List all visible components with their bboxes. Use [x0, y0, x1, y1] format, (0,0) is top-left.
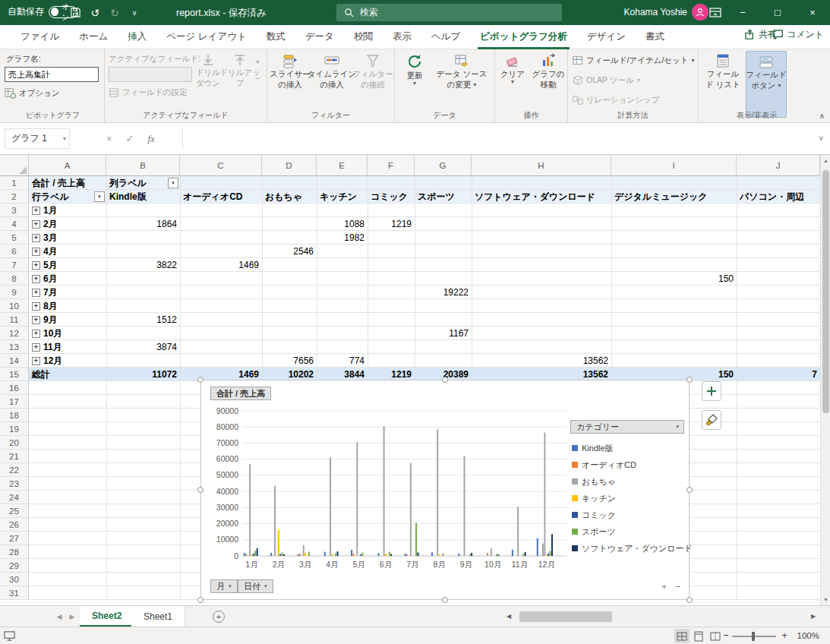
chart-legend-field-button[interactable]: カテゴリー ▾ [570, 420, 684, 434]
new-sheet-button[interactable]: + [213, 611, 225, 623]
collapse-entire-field-button[interactable]: − [255, 74, 260, 83]
chart-handle-bottom-middle[interactable] [442, 597, 448, 603]
ribbon-tab-data[interactable]: データ [295, 25, 344, 49]
save-button[interactable] [65, 0, 85, 25]
tab-scroll-left-button[interactable]: ◀ [53, 606, 65, 627]
cell-A11[interactable]: +9月 [29, 313, 106, 327]
row-header-1[interactable]: 1 [0, 176, 29, 190]
row-header-7[interactable]: 7 [0, 258, 29, 272]
column-header-A[interactable]: A [29, 155, 106, 176]
avatar[interactable] [692, 4, 708, 21]
cell-E14[interactable]: 774 [317, 354, 368, 368]
ribbon-tab-format[interactable]: 書式 [636, 25, 674, 49]
cell-B4[interactable]: 1864 [106, 217, 180, 231]
cell-B11[interactable]: 1512 [106, 313, 180, 327]
row-header-11[interactable]: 11 [0, 313, 29, 327]
expand-button-r11[interactable]: + [32, 316, 40, 324]
zoom-in-button[interactable]: + [779, 630, 790, 641]
row-header-20[interactable]: 20 [0, 436, 29, 450]
row-header-15[interactable]: 15 [0, 368, 29, 381]
cell-A1[interactable]: 合計 / 売上高 [29, 176, 106, 190]
chart-handle-top-left[interactable] [197, 377, 204, 383]
expand-button-r8[interactable]: + [32, 275, 40, 283]
row-header-21[interactable]: 21 [0, 450, 29, 463]
row-header-23[interactable]: 23 [0, 477, 29, 491]
sheet-tab-sheet2[interactable]: Sheet2 [80, 606, 134, 627]
row-header-6[interactable]: 6 [0, 245, 29, 258]
hscroll-right-button[interactable]: ▶ [807, 606, 819, 627]
cell-A5[interactable]: +3月 [29, 231, 106, 245]
chart-expand-button[interactable]: + [658, 581, 670, 592]
axis-field-button-month[interactable]: 月 ▾ [210, 579, 238, 593]
ribbon-tab-home[interactable]: ホーム [69, 25, 118, 49]
column-header-E[interactable]: E [317, 155, 368, 176]
field-list-button[interactable]: フィール ド リスト [703, 51, 743, 90]
cell-B13[interactable]: 3874 [106, 340, 180, 354]
row-header-19[interactable]: 19 [0, 422, 29, 436]
row-header-9[interactable]: 9 [0, 286, 29, 299]
cell-H2[interactable]: ソフトウェア・ダウンロード [472, 190, 611, 204]
refresh-button[interactable]: 更新 ▾ [399, 51, 430, 86]
cell-A3[interactable]: +1月 [29, 204, 106, 217]
drill-down-button[interactable]: ドリル ダウン [193, 51, 223, 88]
chart-elements-button[interactable] [702, 381, 721, 401]
cell-G12[interactable]: 1167 [415, 327, 472, 340]
cell-H14[interactable]: 13562 [472, 354, 611, 368]
row-header-24[interactable]: 24 [0, 491, 29, 504]
cell-C2[interactable]: オーディオCD [180, 190, 262, 204]
row-header-14[interactable]: 14 [0, 354, 29, 368]
vertical-scrollbar[interactable]: ▲ ▼ [820, 155, 830, 605]
chart-handle-top-right[interactable] [686, 377, 693, 383]
insert-function-button[interactable]: fx [148, 133, 155, 145]
ribbon-tab-view[interactable]: 表示 [383, 25, 421, 49]
hscroll-left-button[interactable]: ◀ [503, 606, 515, 627]
column-header-B[interactable]: B [106, 155, 180, 176]
zoom-slider-thumb[interactable] [752, 632, 755, 641]
filter-button-column-labels[interactable]: ▾ [168, 178, 178, 188]
cell-B15[interactable]: 11072 [106, 368, 180, 381]
cell-A12[interactable]: +10月 [29, 327, 106, 340]
chart-handle-middle-left[interactable] [197, 487, 204, 493]
cell-D14[interactable]: 7656 [262, 354, 317, 368]
expand-entire-field-button[interactable]: + [255, 57, 260, 66]
undo-button[interactable]: ↺ [85, 0, 105, 25]
row-header-25[interactable]: 25 [0, 504, 29, 518]
row-header-31[interactable]: 31 [0, 586, 29, 600]
expand-button-r12[interactable]: + [32, 330, 40, 338]
cell-A9[interactable]: +7月 [29, 286, 106, 299]
filter-connections-button[interactable]: フィルター の接続 [354, 51, 392, 90]
chart-handle-bottom-left[interactable] [197, 597, 204, 603]
expand-button-r14[interactable]: + [32, 357, 40, 365]
cell-E2[interactable]: キッチン [317, 190, 368, 204]
axis-field-button-date[interactable]: 日付 ▾ [238, 579, 273, 593]
expand-button-r10[interactable]: + [32, 302, 40, 311]
cell-A2[interactable]: 行ラベル▾ [29, 190, 106, 204]
cell-A10[interactable]: +8月 [29, 299, 106, 313]
move-chart-button[interactable]: グラフの 移動 [530, 51, 566, 90]
ribbon-tab-insert[interactable]: 挿入 [118, 25, 156, 49]
expand-button-r3[interactable]: + [32, 207, 40, 215]
cell-A15[interactable]: 総計 [29, 368, 106, 381]
comments-button[interactable]: コメント [768, 25, 828, 43]
cell-A6[interactable]: +4月 [29, 245, 106, 258]
sheet-tab-sheet1[interactable]: Sheet1 [131, 606, 185, 627]
row-header-28[interactable]: 28 [0, 545, 29, 559]
cell-B7[interactable]: 3822 [106, 258, 180, 272]
ribbon-tab-help[interactable]: ヘルプ [421, 25, 470, 49]
row-header-26[interactable]: 26 [0, 518, 29, 532]
cell-A13[interactable]: +11月 [29, 340, 106, 354]
cancel-button[interactable]: × [106, 133, 112, 144]
expand-button-r9[interactable]: + [32, 289, 40, 297]
cell-D2[interactable]: おもちゃ [262, 190, 317, 204]
filter-button-row-labels[interactable]: ▾ [94, 191, 105, 202]
chart-handle-top-middle[interactable] [442, 377, 448, 383]
close-button[interactable]: × [795, 0, 830, 25]
cell-E4[interactable]: 1088 [317, 217, 368, 231]
chart-collapse-button[interactable]: − [672, 581, 683, 592]
cell-F4[interactable]: 1219 [368, 217, 415, 231]
qat-customize-button[interactable]: ∨ [125, 0, 144, 25]
chart-name-input[interactable] [5, 67, 99, 82]
ribbon-tab-review[interactable]: 校閲 [344, 25, 383, 49]
expand-button-r13[interactable]: + [32, 343, 40, 352]
chart-handle-bottom-right[interactable] [686, 597, 693, 603]
